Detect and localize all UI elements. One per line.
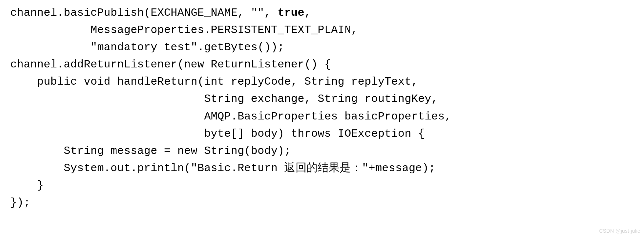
code-line-11: }: [10, 179, 44, 192]
code-line-8: byte[] body) throws IOException {: [10, 128, 425, 140]
code-line-2: MessageProperties.PERSISTENT_TEXT_PLAIN,: [10, 24, 358, 36]
code-text: channel.basicPublish(EXCHANGE_NAME, "",: [10, 7, 278, 19]
code-line-4: channel.addReturnListener(new ReturnList…: [10, 58, 331, 71]
code-line-9: String message = new String(body);: [10, 145, 291, 157]
keyword-true: true: [278, 7, 304, 19]
code-line-3: "mandatory test".getBytes());: [10, 41, 284, 54]
code-line-12: });: [10, 196, 30, 209]
code-line-7: AMQP.BasicProperties basicProperties,: [10, 110, 451, 123]
watermark-text: CSDN @just-julie: [599, 228, 640, 234]
code-line-10: System.out.println("Basic.Return 返回的结果是：…: [10, 162, 435, 174]
code-line-1: channel.basicPublish(EXCHANGE_NAME, "", …: [10, 7, 311, 19]
code-text: ,: [304, 7, 311, 19]
code-line-6: String exchange, String routingKey,: [10, 93, 438, 105]
code-line-5: public void handleReturn(int replyCode, …: [10, 75, 418, 88]
code-block: channel.basicPublish(EXCHANGE_NAME, "", …: [0, 0, 644, 211]
